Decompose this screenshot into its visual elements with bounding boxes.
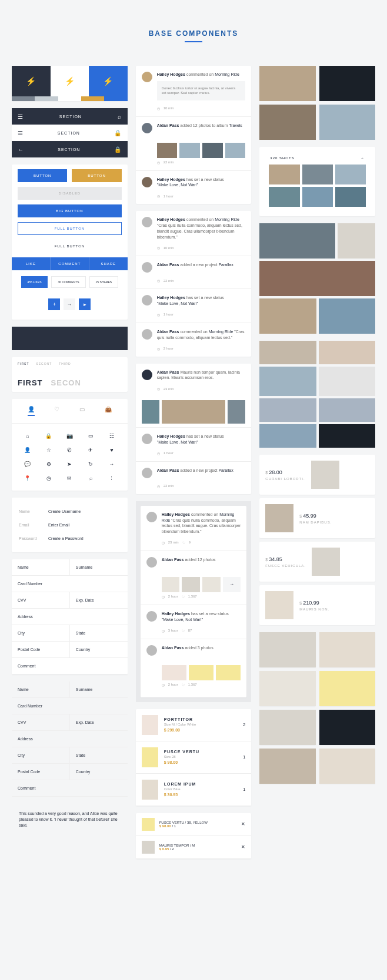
- masonry-img[interactable]: [259, 341, 316, 364]
- primary-button[interactable]: BUTTON: [18, 169, 67, 182]
- feed-name[interactable]: Aidan Pass: [157, 123, 179, 127]
- remove-icon[interactable]: ✕: [241, 844, 245, 850]
- city-field[interactable]: City: [12, 625, 70, 641]
- back-icon[interactable]: ←: [18, 146, 24, 153]
- shot-thumb[interactable]: [335, 165, 366, 184]
- name-field[interactable]: Name: [12, 559, 70, 575]
- subtab-second[interactable]: SECONT: [36, 362, 52, 365]
- feed-object[interactable]: Morning Ride: [215, 217, 239, 221]
- feed-name[interactable]: Aidan Pass: [157, 370, 179, 374]
- ghost-button[interactable]: FULL BUTTON: [18, 240, 122, 253]
- big-button[interactable]: BIG BUTTON: [18, 204, 122, 217]
- share-action[interactable]: SHARE: [89, 257, 128, 270]
- avatar[interactable]: [142, 262, 152, 273]
- shop-item[interactable]: LOREM IPUMColor Blue$ 36.951: [136, 774, 252, 806]
- cvv-field[interactable]: CVV: [12, 592, 70, 608]
- next-icon-button[interactable]: →: [64, 298, 75, 310]
- stat-likes[interactable]: 455 LIKES: [21, 276, 48, 288]
- arrow-right-icon[interactable]: →: [361, 156, 365, 160]
- product-tile[interactable]: [319, 671, 375, 706]
- shot-thumb[interactable]: [302, 187, 333, 207]
- gallery-image[interactable]: [259, 66, 315, 101]
- product-row[interactable]: $28.00CURABI LOBORTI.: [259, 455, 375, 495]
- menu-icon[interactable]: ☰: [18, 113, 24, 120]
- outline-button[interactable]: FULL BUTTON: [18, 222, 122, 235]
- shot-thumb[interactable]: [269, 187, 299, 207]
- quantity[interactable]: 2: [243, 722, 245, 727]
- surname-field[interactable]: Surname: [70, 559, 128, 575]
- city-field[interactable]: City: [12, 747, 70, 763]
- state-field[interactable]: State: [70, 625, 128, 641]
- feed-name[interactable]: Hailey Hodges: [162, 612, 190, 616]
- secondary-button[interactable]: BUTTON: [72, 169, 121, 182]
- feed-name[interactable]: Hailey Hodges: [162, 512, 190, 516]
- product-tile[interactable]: [259, 632, 315, 667]
- product-tile[interactable]: [259, 671, 315, 706]
- product-tile[interactable]: [259, 710, 315, 745]
- heart-icon[interactable]: ♡: [54, 406, 59, 416]
- feed-name[interactable]: Aidan Pass: [162, 646, 184, 650]
- masonry-img[interactable]: [319, 398, 375, 422]
- masonry-img[interactable]: [319, 341, 375, 364]
- collage-img[interactable]: [338, 223, 375, 259]
- remove-icon[interactable]: ✕: [241, 821, 245, 827]
- masonry-img[interactable]: [259, 398, 316, 422]
- masonry-img[interactable]: [259, 367, 316, 396]
- collage-img[interactable]: [319, 298, 375, 334]
- masonry-img[interactable]: [319, 367, 375, 396]
- country-field[interactable]: Country: [70, 642, 128, 657]
- masonry-img[interactable]: [319, 424, 375, 448]
- feed-object[interactable]: Parallax: [218, 468, 233, 472]
- password-input[interactable]: Create a Password: [48, 536, 84, 541]
- cvv-field[interactable]: CVV: [12, 714, 70, 730]
- avatar[interactable]: [142, 468, 152, 478]
- shot-thumb[interactable]: [335, 187, 366, 207]
- quantity[interactable]: 1: [243, 787, 245, 792]
- subtab-third[interactable]: THIRD: [59, 362, 71, 365]
- quantity[interactable]: 1: [243, 754, 245, 760]
- like-action[interactable]: LIKE: [12, 257, 51, 270]
- collage-img[interactable]: [259, 223, 335, 259]
- shot-thumb[interactable]: [302, 165, 333, 184]
- photo-thumbs[interactable]: →: [141, 573, 247, 595]
- feed-object[interactable]: Travels: [229, 123, 242, 127]
- comment-action[interactable]: COMMENT: [51, 257, 89, 270]
- avatar[interactable]: [142, 217, 152, 227]
- heart-icon[interactable]: ♡: [182, 541, 185, 545]
- feed-object[interactable]: Morning Ride: [215, 72, 239, 76]
- address-field[interactable]: Address: [12, 731, 128, 747]
- product-row[interactable]: $34.85FUSCE VEHICULA.: [259, 542, 375, 582]
- feed-name[interactable]: Aidan Pass: [162, 558, 184, 562]
- comment-field[interactable]: Comment: [12, 780, 128, 796]
- collage-img[interactable]: [259, 298, 316, 334]
- product-row[interactable]: $210.99MAURIS NON.: [259, 585, 375, 625]
- surname-field[interactable]: Surname: [70, 682, 128, 697]
- exp-field[interactable]: Exp. Date: [70, 714, 128, 730]
- product-row[interactable]: $45.99NAM DAPIBUS.: [259, 498, 375, 538]
- avatar[interactable]: [142, 295, 152, 306]
- avatar[interactable]: [142, 370, 152, 380]
- photo-thumbs[interactable]: [136, 139, 252, 160]
- stat-comments[interactable]: 30 COMMENTS: [51, 276, 85, 288]
- shop-item[interactable]: FUSCE VERTUSize 28$ 98.001: [136, 741, 252, 774]
- bigtab-second[interactable]: SECON: [51, 378, 81, 387]
- avatar[interactable]: [142, 177, 152, 187]
- country-field[interactable]: Country: [70, 764, 128, 780]
- postal-field[interactable]: Postal Code: [12, 764, 70, 780]
- menu-icon[interactable]: ☰: [18, 130, 24, 136]
- search-icon[interactable]: ⌕: [118, 113, 122, 120]
- avatar[interactable]: [146, 512, 157, 522]
- avatar[interactable]: [146, 611, 157, 622]
- avatar[interactable]: [142, 123, 152, 133]
- feed-name[interactable]: Hailey Hodges: [157, 296, 185, 300]
- feed-object[interactable]: Morning Ride: [209, 330, 233, 334]
- feed-name[interactable]: Hailey Hodges: [157, 177, 185, 182]
- avatar[interactable]: [146, 557, 157, 568]
- masonry-img[interactable]: [259, 424, 316, 448]
- feed-name[interactable]: Aidan Pass: [157, 330, 179, 334]
- play-icon-button[interactable]: ▸: [79, 298, 91, 310]
- gallery-image[interactable]: [319, 105, 375, 140]
- stat-shares[interactable]: 15 SHARES: [89, 276, 119, 288]
- product-tile[interactable]: [319, 710, 375, 745]
- card-field[interactable]: Card Number: [12, 698, 128, 714]
